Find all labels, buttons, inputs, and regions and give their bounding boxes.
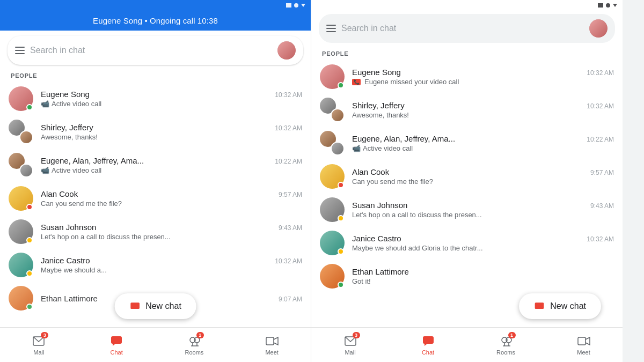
person-time: 9:07 AM	[279, 295, 302, 303]
people-list-1: Eugene Song 10:32 AM 📹 Active video call…	[0, 82, 311, 327]
mail-badge-2: 3	[353, 332, 360, 338]
rooms-icon: 1	[188, 335, 201, 348]
nav-item-mail-1[interactable]: 3 Mail	[0, 330, 78, 360]
nav-label-meet-2: Meet	[577, 349, 590, 356]
person-preview: 📹 Active video call	[41, 166, 302, 174]
chat-compose-icon	[129, 301, 140, 312]
phone-2: Search in chat PEOPLE Eugene Song 10:32 …	[311, 0, 623, 362]
status-dot	[338, 215, 344, 221]
status-bar-2	[311, 0, 623, 11]
nav-item-mail-2[interactable]: 3 Mail	[311, 330, 389, 360]
mail-icon: 3	[32, 335, 45, 348]
list-item[interactable]: Susan Johnson 9:43 AM Let's hop on a cal…	[311, 193, 623, 226]
person-preview: Got it!	[352, 277, 614, 285]
avatar	[9, 120, 33, 144]
nav-item-chat-2[interactable]: Chat	[389, 330, 467, 360]
video-icon-inline: 📹	[41, 166, 49, 174]
avatar	[320, 164, 345, 189]
search-input-1[interactable]: Search in chat	[30, 46, 272, 55]
list-item[interactable]: Eugene, Alan, Jeffrey, Ama... 10:22 AM 📹…	[311, 127, 623, 160]
svg-rect-0	[130, 302, 140, 309]
meet-icon-2	[577, 335, 590, 348]
avatar-face	[277, 41, 296, 60]
person-name: Eugene, Alan, Jeffrey, Ama...	[41, 156, 144, 165]
person-preview: Awesome, thanks!	[352, 111, 614, 119]
status-dot	[26, 270, 33, 277]
nav-label-chat-2: Chat	[422, 349, 434, 356]
person-preview: 📹 Active video call	[352, 144, 614, 152]
new-chat-label-1: New chat	[145, 301, 181, 311]
list-item[interactable]: Janice Castro 10:32 AM Maybe we should a…	[311, 226, 623, 260]
list-item[interactable]: Janice Castro 10:32 AM Maybe we should a…	[0, 248, 311, 282]
battery-icon-2	[598, 3, 603, 8]
avatar	[320, 231, 345, 255]
nav-item-rooms-2[interactable]: 1 Rooms	[467, 330, 545, 360]
user-avatar-1[interactable]	[277, 41, 296, 60]
person-name: Alan Cook	[352, 167, 389, 176]
nav-label-chat-1: Chat	[111, 349, 123, 356]
user-avatar-2[interactable]	[589, 19, 608, 38]
battery-icon	[286, 3, 291, 8]
call-banner: Eugene Song • Ongoing call 10:38	[0, 11, 311, 31]
new-chat-button-1[interactable]: New chat	[114, 293, 196, 319]
person-time: 9:57 AM	[590, 169, 614, 176]
avatar	[9, 286, 33, 311]
list-item[interactable]: Shirley, Jeffery 10:32 AM Awesome, thank…	[0, 115, 311, 149]
list-item[interactable]: Eugene Song 10:32 AM 📞 Eugene missed you…	[311, 60, 623, 93]
status-dot	[338, 82, 344, 88]
nav-item-rooms-1[interactable]: 1 Rooms	[156, 330, 233, 360]
person-preview: 📹 Active video call	[41, 100, 302, 108]
mail-icon-2: 3	[344, 335, 357, 348]
section-label-people-1: PEOPLE	[0, 70, 311, 82]
chat-compose-icon-2	[534, 301, 545, 312]
nav-item-chat-1[interactable]: Chat	[78, 330, 156, 360]
person-time: 10:22 AM	[587, 136, 614, 143]
search-input-2[interactable]: Search in chat	[341, 24, 584, 33]
video-icon-inline: 📹	[41, 100, 49, 108]
list-item[interactable]: Eugene, Alan, Jeffrey, Ama... 10:22 AM 📹…	[0, 149, 311, 182]
list-item[interactable]: Alan Cook 9:57 AM Can you send me the fi…	[311, 160, 623, 193]
status-bar-1	[0, 0, 311, 11]
search-bar-1[interactable]: Search in chat	[8, 36, 303, 65]
person-time: 10:32 AM	[275, 91, 302, 99]
chat-icon-2	[422, 335, 435, 348]
chat-icon	[110, 335, 123, 348]
status-dot	[338, 282, 344, 288]
list-item[interactable]: Ethan Lattimore Got it!	[311, 260, 623, 293]
person-name: Eugene Song	[352, 68, 401, 77]
person-name: Ethan Lattimore	[41, 294, 98, 303]
person-time: 10:32 AM	[587, 235, 614, 243]
list-item[interactable]: Shirley, Jeffery 10:32 AM Awesome, thank…	[311, 93, 623, 127]
section-label-people-2: PEOPLE	[311, 48, 623, 60]
list-item[interactable]: Susan Johnson 9:43 AM Let's hop on a cal…	[0, 215, 311, 248]
menu-icon-2[interactable]	[326, 25, 336, 32]
avatar	[9, 186, 33, 211]
menu-icon[interactable]	[15, 47, 25, 54]
svg-rect-8	[266, 337, 274, 345]
svg-rect-17	[578, 337, 586, 345]
person-name: Shirley, Jeffery	[352, 101, 405, 110]
nav-item-meet-1[interactable]: Meet	[233, 330, 311, 360]
bottom-nav-2: 3 Mail Chat 1 Rooms Meet	[311, 327, 623, 362]
list-item[interactable]: Alan Cook 9:57 AM Can you send me the fi…	[0, 182, 311, 215]
person-name: Shirley, Jeffery	[41, 123, 93, 132]
list-item[interactable]: Eugene Song 10:32 AM 📹 Active video call	[0, 82, 311, 115]
new-chat-label-2: New chat	[550, 301, 586, 311]
status-dot	[338, 248, 344, 255]
person-time: 10:32 AM	[275, 257, 302, 265]
avatar	[320, 197, 345, 222]
svg-rect-9	[535, 302, 544, 309]
avatar	[320, 131, 345, 156]
people-list-2: Eugene Song 10:32 AM 📞 Eugene missed you…	[311, 60, 623, 327]
person-time: 10:32 AM	[275, 124, 302, 132]
avatar	[320, 98, 345, 122]
phone-1: Eugene Song • Ongoing call 10:38 Search …	[0, 0, 311, 362]
status-dot	[338, 182, 344, 188]
nav-item-meet-2[interactable]: Meet	[545, 330, 623, 360]
avatar-face-2	[589, 19, 608, 38]
status-dot	[26, 204, 33, 210]
person-name: Alan Cook	[41, 189, 78, 198]
svg-rect-11	[423, 336, 434, 344]
search-bar-2[interactable]: Search in chat	[319, 14, 615, 43]
new-chat-button-2[interactable]: New chat	[519, 293, 601, 319]
